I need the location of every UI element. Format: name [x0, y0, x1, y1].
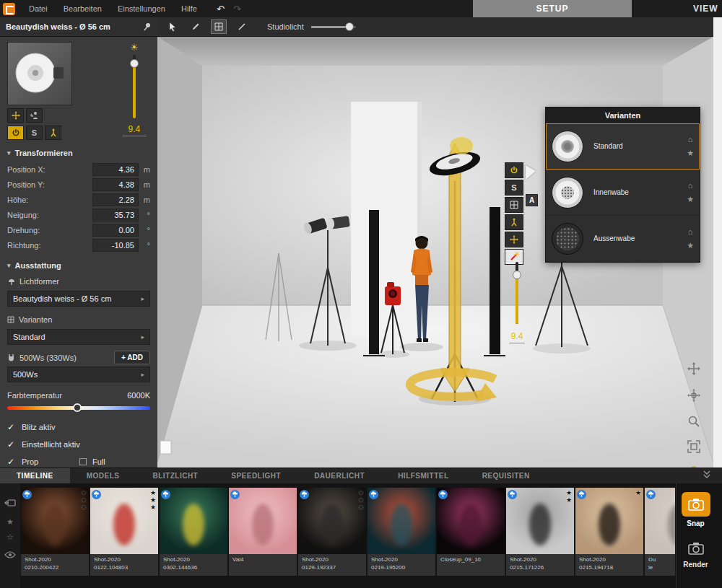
star-filter-icon[interactable]: ★ — [6, 518, 14, 526]
transform-value-field[interactable]: 4.38 — [92, 178, 139, 191]
cloud-download-icon[interactable] — [92, 489, 101, 502]
home-icon[interactable]: ⌂ — [688, 136, 693, 144]
tab-dauerlicht[interactable]: DAUERLICHT — [297, 468, 381, 483]
collapsed-right-panel[interactable] — [713, 17, 722, 468]
cloud-download-icon[interactable] — [369, 489, 378, 502]
timeline-thumbnail[interactable]: Shot-20200302-144636 — [160, 488, 227, 583]
intensity-slider[interactable] — [133, 55, 136, 118]
snapshot-filter-icon[interactable] — [4, 498, 16, 511]
timeline-thumbnail[interactable]: Shot-20200219-195200 — [367, 488, 435, 583]
measure-tool-button[interactable] — [188, 19, 204, 34]
line-tool-button[interactable] — [234, 19, 250, 34]
snap-button[interactable] — [682, 492, 710, 517]
tab-timeline[interactable]: TIMELINE — [0, 468, 70, 483]
orbit-icon[interactable] — [687, 388, 701, 405]
cloud-download-icon[interactable] — [230, 489, 240, 502]
tab-models[interactable]: MODELS — [70, 468, 136, 483]
timeline-thumbnail[interactable]: Val4 — [229, 488, 297, 583]
varianten-item-aussenwabe[interactable]: Aussenwabe⌂★ — [546, 216, 700, 262]
tab-view[interactable]: VIEW — [693, 0, 718, 17]
pan-icon[interactable] — [687, 361, 701, 379]
timeline-thumbnail[interactable]: ★★Shot-20200215-171226 — [506, 488, 574, 583]
power-button[interactable] — [505, 162, 523, 178]
transform-value-field[interactable]: 35.73 — [92, 209, 139, 221]
menu-datei[interactable]: Datei — [21, 0, 56, 17]
farbtemperatur-slider[interactable] — [7, 406, 150, 410]
fit-view-icon[interactable] — [687, 440, 700, 456]
star-icon[interactable]: ★ — [687, 242, 694, 250]
farbtemperatur-slider-handle[interactable] — [73, 403, 82, 412]
tab-setup[interactable]: SETUP — [473, 0, 632, 17]
collapse-panel-chevron-icon[interactable] — [702, 470, 712, 480]
cloud-download-icon[interactable] — [22, 489, 32, 502]
home-icon[interactable]: ⌂ — [688, 228, 693, 236]
checkbox-blitz-aktiv[interactable]: ✓Blitz aktiv — [7, 418, 150, 436]
select-tool-button[interactable] — [165, 19, 180, 34]
move-light-button[interactable] — [505, 232, 523, 247]
cloud-download-icon[interactable] — [508, 489, 517, 502]
timeline-thumbnail[interactable]: Closeup_09_10 — [437, 488, 505, 583]
tab-blitzlicht[interactable]: BLITZLICHT — [136, 468, 214, 483]
intensity-slider-handle[interactable] — [513, 271, 521, 279]
transform-value-field[interactable]: 2.28 — [92, 193, 139, 206]
cloud-download-icon[interactable] — [300, 489, 309, 502]
point-at-model-button[interactable] — [26, 108, 43, 123]
varianten-item-standard[interactable]: Standard⌂★ — [546, 123, 700, 170]
ws-dropdown[interactable]: 500Ws ▸ — [7, 367, 150, 382]
tab-requisiten[interactable]: REQUISITEN — [466, 468, 547, 483]
checkbox-prop[interactable]: ✓Prop — [7, 453, 79, 468]
star-outline-filter-icon[interactable]: ☆ — [6, 533, 14, 541]
ausstattung-section-header[interactable]: ▾ Ausstattung — [7, 261, 150, 270]
render-button[interactable] — [682, 537, 710, 559]
power-button[interactable] — [7, 126, 24, 140]
menu-hilfe[interactable]: Hilfe — [173, 0, 205, 17]
tab-hilfsmittel[interactable]: HILFSMITTEL — [381, 468, 466, 483]
cloud-download-icon[interactable] — [161, 489, 170, 502]
cloud-download-icon[interactable] — [646, 489, 656, 502]
lichtformer-dropdown[interactable]: Beautydish weiss - Ø 56 cm ▸ — [7, 291, 150, 307]
star-icon[interactable]: ★ — [687, 149, 694, 157]
timeline-thumbnail[interactable]: Duie — [645, 488, 675, 583]
checkbox-einstelllicht-aktiv[interactable]: ✓Einstelllicht aktiv — [7, 436, 150, 453]
menu-einstellungen[interactable]: Einstellungen — [110, 0, 173, 17]
star-icon[interactable]: ★ — [687, 196, 694, 203]
transform-value-field[interactable]: -10.85 — [92, 239, 139, 252]
stand-angle-button[interactable] — [505, 214, 523, 230]
grid-toggle-button[interactable] — [211, 19, 227, 34]
solo-button[interactable]: S — [505, 180, 523, 196]
intensity-value[interactable]: 9.4 — [122, 124, 147, 136]
checkbox-full[interactable]: Full — [79, 453, 150, 468]
cloud-download-icon[interactable] — [438, 489, 448, 502]
intensity-slider-handle[interactable] — [130, 59, 139, 68]
undo-icon[interactable]: ↶ — [217, 4, 225, 14]
timeline-thumbnail[interactable]: ★★★Shot-20200210-200422 — [21, 488, 89, 583]
add-generator-button[interactable]: + ADD — [114, 351, 150, 364]
home-icon[interactable]: ⌂ — [688, 182, 693, 190]
transform-value-field[interactable]: 0.00 — [92, 224, 139, 237]
tab-speedlight[interactable]: SPEEDLIGHT — [214, 468, 297, 483]
varianten-item-innenwabe[interactable]: Innenwabe⌂★ — [546, 170, 700, 216]
cloud-download-icon[interactable] — [577, 489, 586, 502]
a-badge[interactable]: A — [526, 194, 538, 206]
stand-angle-button[interactable] — [45, 126, 61, 140]
move-light-button[interactable] — [7, 108, 24, 123]
studiolicht-slider[interactable] — [311, 26, 356, 28]
menu-bearbeiten[interactable]: Bearbeiten — [56, 0, 110, 17]
studiolicht-slider-handle[interactable] — [345, 22, 354, 31]
varianten-dropdown[interactable]: Standard ▸ — [7, 329, 150, 345]
transform-section-header[interactable]: ▾ Transformieren — [7, 149, 150, 157]
intensity-slider[interactable] — [516, 262, 518, 324]
zoom-icon[interactable] — [687, 415, 700, 431]
timeline-thumbnail[interactable]: ★Shot-20200215-194718 — [575, 488, 643, 583]
viewport-3d-scene[interactable]: S A ☀ — [157, 37, 713, 468]
transform-row: Position X:4.36m — [7, 162, 150, 177]
grid-button[interactable] — [505, 197, 523, 213]
timeline-thumbnail[interactable]: ★★★Shot-20200129-192337 — [298, 488, 366, 583]
solo-button[interactable]: S — [26, 126, 43, 140]
timeline-thumbnail[interactable]: ★★★Shot-20200122-104803 — [90, 488, 158, 583]
redo-icon[interactable]: ↷ — [233, 4, 241, 14]
visibility-icon[interactable] — [4, 548, 16, 561]
transform-value-field[interactable]: 4.36 — [92, 163, 139, 176]
pin-icon[interactable] — [142, 22, 152, 32]
intensity-value[interactable]: 9.4 — [509, 331, 526, 343]
